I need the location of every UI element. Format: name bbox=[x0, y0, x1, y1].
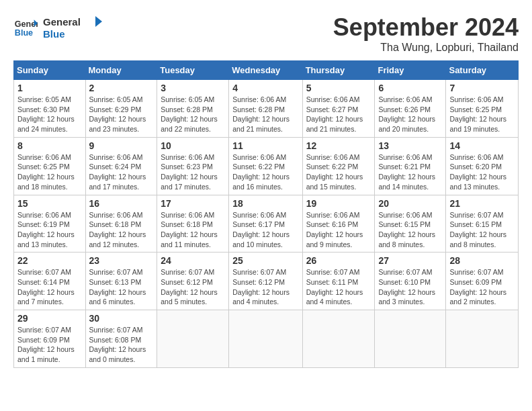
day-number: 14 bbox=[449, 140, 515, 151]
day-info: Sunrise: 6:06 AM Sunset: 6:25 PM Dayligh… bbox=[17, 152, 82, 192]
day-number: 2 bbox=[89, 83, 154, 93]
day-info: Sunrise: 6:06 AM Sunset: 6:28 PM Dayligh… bbox=[232, 95, 298, 134]
day-number: 30 bbox=[89, 313, 154, 324]
day-number: 18 bbox=[232, 198, 298, 209]
day-number: 23 bbox=[89, 255, 154, 266]
day-number: 8 bbox=[17, 140, 82, 151]
calendar-cell: 14 Sunrise: 6:06 AM Sunset: 6:20 PM Dayl… bbox=[446, 137, 519, 195]
calendar-cell: 15 Sunrise: 6:06 AM Sunset: 6:19 PM Dayl… bbox=[14, 195, 86, 253]
calendar-cell: 1 Sunrise: 6:05 AM Sunset: 6:30 PM Dayli… bbox=[14, 80, 86, 138]
day-number: 26 bbox=[306, 255, 371, 266]
calendar-cell: 26 Sunrise: 6:07 AM Sunset: 6:11 PM Dayl… bbox=[302, 253, 375, 310]
calendar-cell bbox=[446, 310, 519, 368]
day-info: Sunrise: 6:06 AM Sunset: 6:23 PM Dayligh… bbox=[161, 152, 225, 192]
calendar-cell: 6 Sunrise: 6:06 AM Sunset: 6:26 PM Dayli… bbox=[375, 80, 446, 138]
day-number: 3 bbox=[161, 83, 225, 93]
calendar-cell bbox=[229, 310, 302, 368]
day-number: 19 bbox=[306, 198, 371, 209]
calendar-cell: 5 Sunrise: 6:06 AM Sunset: 6:27 PM Dayli… bbox=[302, 80, 375, 138]
calendar-cell: 7 Sunrise: 6:06 AM Sunset: 6:25 PM Dayli… bbox=[446, 80, 519, 138]
day-info: Sunrise: 6:06 AM Sunset: 6:21 PM Dayligh… bbox=[378, 152, 442, 192]
header-row: SundayMondayTuesdayWednesdayThursdayFrid… bbox=[14, 61, 519, 80]
day-info: Sunrise: 6:06 AM Sunset: 6:22 PM Dayligh… bbox=[232, 152, 298, 192]
day-info: Sunrise: 6:06 AM Sunset: 6:16 PM Dayligh… bbox=[306, 210, 371, 250]
day-info: Sunrise: 6:06 AM Sunset: 6:17 PM Dayligh… bbox=[232, 210, 298, 250]
day-info: Sunrise: 6:05 AM Sunset: 6:28 PM Dayligh… bbox=[161, 95, 225, 134]
calendar-cell: 24 Sunrise: 6:07 AM Sunset: 6:12 PM Dayl… bbox=[157, 253, 229, 310]
day-info: Sunrise: 6:06 AM Sunset: 6:24 PM Dayligh… bbox=[89, 152, 154, 192]
day-info: Sunrise: 6:07 AM Sunset: 6:09 PM Dayligh… bbox=[17, 325, 82, 365]
day-number: 12 bbox=[306, 140, 371, 151]
calendar-cell: 13 Sunrise: 6:06 AM Sunset: 6:21 PM Dayl… bbox=[375, 137, 446, 195]
day-info: Sunrise: 6:07 AM Sunset: 6:14 PM Dayligh… bbox=[17, 267, 82, 307]
day-info: Sunrise: 6:07 AM Sunset: 6:10 PM Dayligh… bbox=[378, 267, 442, 307]
header-thursday: Thursday bbox=[302, 61, 375, 80]
day-info: Sunrise: 6:07 AM Sunset: 6:11 PM Dayligh… bbox=[306, 267, 371, 307]
svg-text:Blue: Blue bbox=[43, 28, 65, 40]
header-monday: Monday bbox=[85, 61, 157, 80]
week-row-1: 1 Sunrise: 6:05 AM Sunset: 6:30 PM Dayli… bbox=[14, 80, 519, 138]
header-wednesday: Wednesday bbox=[229, 61, 302, 80]
calendar-cell: 30 Sunrise: 6:07 AM Sunset: 6:08 PM Dayl… bbox=[85, 310, 157, 368]
day-info: Sunrise: 6:06 AM Sunset: 6:22 PM Dayligh… bbox=[306, 152, 371, 192]
day-info: Sunrise: 6:06 AM Sunset: 6:26 PM Dayligh… bbox=[378, 95, 442, 134]
header-tuesday: Tuesday bbox=[157, 61, 229, 80]
day-number: 22 bbox=[17, 255, 82, 266]
calendar-cell: 22 Sunrise: 6:07 AM Sunset: 6:14 PM Dayl… bbox=[14, 253, 86, 310]
week-row-4: 22 Sunrise: 6:07 AM Sunset: 6:14 PM Dayl… bbox=[14, 253, 519, 310]
week-row-3: 15 Sunrise: 6:06 AM Sunset: 6:19 PM Dayl… bbox=[14, 195, 519, 253]
day-info: Sunrise: 6:07 AM Sunset: 6:09 PM Dayligh… bbox=[449, 267, 515, 307]
day-number: 20 bbox=[378, 198, 442, 209]
day-info: Sunrise: 6:07 AM Sunset: 6:15 PM Dayligh… bbox=[449, 210, 515, 250]
day-info: Sunrise: 6:05 AM Sunset: 6:29 PM Dayligh… bbox=[89, 95, 154, 134]
day-number: 11 bbox=[232, 140, 298, 151]
calendar-cell bbox=[302, 310, 375, 368]
title-area: September 2024 Tha Wung, Lopburi, Thaila… bbox=[333, 13, 519, 54]
day-number: 17 bbox=[161, 198, 225, 209]
calendar-cell: 19 Sunrise: 6:06 AM Sunset: 6:16 PM Dayl… bbox=[302, 195, 375, 253]
day-info: Sunrise: 6:07 AM Sunset: 6:12 PM Dayligh… bbox=[232, 267, 298, 307]
day-number: 7 bbox=[449, 83, 515, 93]
logo-svg: General Blue bbox=[43, 13, 103, 40]
day-number: 24 bbox=[161, 255, 225, 266]
day-number: 27 bbox=[378, 255, 442, 266]
day-number: 16 bbox=[89, 198, 154, 209]
calendar-cell: 21 Sunrise: 6:07 AM Sunset: 6:15 PM Dayl… bbox=[446, 195, 519, 253]
calendar-cell: 16 Sunrise: 6:06 AM Sunset: 6:18 PM Dayl… bbox=[85, 195, 157, 253]
calendar-cell: 20 Sunrise: 6:06 AM Sunset: 6:15 PM Dayl… bbox=[375, 195, 446, 253]
calendar-cell: 4 Sunrise: 6:06 AM Sunset: 6:28 PM Dayli… bbox=[229, 80, 302, 138]
week-row-5: 29 Sunrise: 6:07 AM Sunset: 6:09 PM Dayl… bbox=[14, 310, 519, 368]
calendar-cell: 12 Sunrise: 6:06 AM Sunset: 6:22 PM Dayl… bbox=[302, 137, 375, 195]
calendar-cell: 28 Sunrise: 6:07 AM Sunset: 6:09 PM Dayl… bbox=[446, 253, 519, 310]
logo: General Blue General Blue bbox=[13, 13, 103, 40]
day-number: 10 bbox=[161, 140, 225, 151]
day-info: Sunrise: 6:06 AM Sunset: 6:15 PM Dayligh… bbox=[378, 210, 442, 250]
day-number: 25 bbox=[232, 255, 298, 266]
day-info: Sunrise: 6:06 AM Sunset: 6:20 PM Dayligh… bbox=[449, 152, 515, 192]
day-info: Sunrise: 6:07 AM Sunset: 6:13 PM Dayligh… bbox=[89, 267, 154, 307]
calendar-cell: 9 Sunrise: 6:06 AM Sunset: 6:24 PM Dayli… bbox=[85, 137, 157, 195]
calendar-cell: 11 Sunrise: 6:06 AM Sunset: 6:22 PM Dayl… bbox=[229, 137, 302, 195]
svg-marker-4 bbox=[95, 16, 102, 27]
calendar-cell: 27 Sunrise: 6:07 AM Sunset: 6:10 PM Dayl… bbox=[375, 253, 446, 310]
logo-icon: General Blue bbox=[13, 15, 38, 39]
day-number: 13 bbox=[378, 140, 442, 151]
month-title: September 2024 bbox=[333, 13, 519, 42]
day-info: Sunrise: 6:06 AM Sunset: 6:27 PM Dayligh… bbox=[306, 95, 371, 134]
location-title: Tha Wung, Lopburi, Thailand bbox=[333, 42, 519, 54]
calendar-table: SundayMondayTuesdayWednesdayThursdayFrid… bbox=[13, 60, 519, 368]
calendar-cell: 8 Sunrise: 6:06 AM Sunset: 6:25 PM Dayli… bbox=[14, 137, 86, 195]
week-row-2: 8 Sunrise: 6:06 AM Sunset: 6:25 PM Dayli… bbox=[14, 137, 519, 195]
calendar-cell: 3 Sunrise: 6:05 AM Sunset: 6:28 PM Dayli… bbox=[157, 80, 229, 138]
day-number: 28 bbox=[449, 255, 515, 266]
day-info: Sunrise: 6:06 AM Sunset: 6:18 PM Dayligh… bbox=[161, 210, 225, 250]
day-number: 1 bbox=[17, 83, 82, 93]
day-info: Sunrise: 6:07 AM Sunset: 6:12 PM Dayligh… bbox=[161, 267, 225, 307]
calendar-cell: 25 Sunrise: 6:07 AM Sunset: 6:12 PM Dayl… bbox=[229, 253, 302, 310]
day-info: Sunrise: 6:07 AM Sunset: 6:08 PM Dayligh… bbox=[89, 325, 154, 365]
header-friday: Friday bbox=[375, 61, 446, 80]
day-number: 15 bbox=[17, 198, 82, 209]
calendar-cell: 29 Sunrise: 6:07 AM Sunset: 6:09 PM Dayl… bbox=[14, 310, 86, 368]
calendar-cell: 17 Sunrise: 6:06 AM Sunset: 6:18 PM Dayl… bbox=[157, 195, 229, 253]
day-number: 4 bbox=[232, 83, 298, 93]
